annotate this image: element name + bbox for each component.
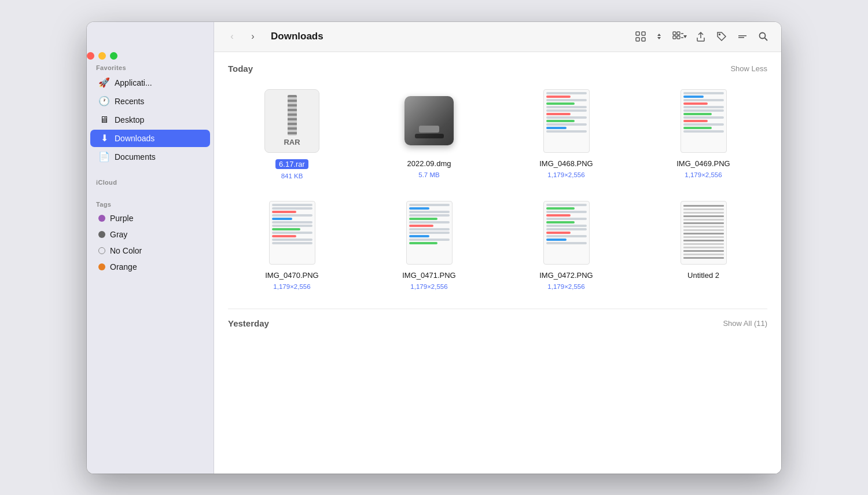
png-row [409, 214, 450, 217]
files-grid: 6.17.rar 841 KB 2022.09.dmg 5.7 MB [228, 82, 767, 295]
toolbar: ‹ › Downloads [214, 22, 781, 52]
sidebar-item-label: Desktop [115, 115, 144, 124]
documents-icon: 📄 [98, 151, 110, 163]
forward-button[interactable]: › [244, 28, 262, 45]
minimize-button[interactable] [98, 52, 106, 60]
png-row [409, 225, 433, 227]
png-row [546, 235, 587, 237]
tags-label: Tags [87, 196, 214, 210]
search-button[interactable] [755, 28, 772, 45]
png-row [546, 106, 587, 108]
png-file-icon [406, 201, 453, 265]
svg-rect-0 [636, 32, 639, 35]
sidebar-item-gray[interactable]: Gray [90, 227, 210, 242]
group-view-button[interactable] [671, 28, 689, 45]
file-name: IMG_0468.PNG [539, 159, 593, 168]
grid-view-button[interactable] [632, 28, 649, 45]
png-file-icon [543, 201, 590, 265]
view-controls [632, 28, 668, 45]
png-row [546, 99, 587, 101]
share-icon [696, 31, 706, 42]
share-button[interactable] [692, 28, 709, 45]
file-item[interactable]: IMG_0468.PNG 1,179×2,556 [502, 82, 630, 184]
png-row [546, 225, 587, 227]
section-divider [228, 309, 767, 309]
untitled-row [683, 254, 724, 255]
png-row [409, 228, 450, 230]
sidebar-item-label: Documents [115, 152, 156, 162]
untitled-row [683, 212, 724, 214]
sidebar-item-desktop[interactable]: 🖥 Desktop [90, 111, 210, 129]
png-row [546, 218, 587, 220]
sidebar-item-downloads[interactable]: ⬇ Downloads [90, 130, 210, 147]
purple-dot [98, 215, 105, 222]
png-row [546, 96, 571, 98]
show-less-button[interactable]: Show Less [730, 64, 767, 73]
file-item[interactable]: Untitled 2 [639, 193, 767, 295]
sidebar-item-label: Purple [110, 214, 133, 223]
rar-file-icon [264, 89, 319, 153]
sidebar-item-recents[interactable]: 🕐 Recents [90, 93, 210, 110]
png-row [546, 239, 567, 241]
file-meta: 841 KB [281, 173, 303, 179]
sort-button[interactable] [650, 28, 668, 45]
sidebar-item-label: Gray [110, 230, 127, 239]
png-row [409, 207, 429, 210]
file-item[interactable]: 6.17.rar 841 KB [228, 82, 356, 184]
png-row [683, 102, 708, 105]
png-row [683, 92, 724, 94]
png-row [272, 204, 312, 206]
sidebar-item-applications[interactable]: 🚀 Applicati... [90, 74, 210, 91]
png-row [546, 242, 587, 244]
untitled-row [683, 233, 724, 234]
sidebar-item-purple[interactable]: Purple [90, 211, 210, 226]
maximize-button[interactable] [110, 52, 117, 60]
back-button[interactable]: ‹ [223, 28, 241, 45]
file-name: IMG_0472.PNG [539, 271, 593, 280]
svg-rect-2 [636, 38, 639, 41]
svg-point-8 [719, 34, 720, 35]
png-row [272, 207, 312, 210]
file-item[interactable]: 2022.09.dmg 5.7 MB [365, 82, 493, 184]
png-row [683, 109, 724, 112]
png-row [546, 120, 575, 122]
untitled-row [683, 236, 724, 238]
toolbar-title: Downloads [271, 31, 323, 42]
file-name: IMG_0470.PNG [265, 271, 319, 280]
sidebar-item-documents[interactable]: 📄 Documents [90, 148, 210, 166]
untitled-row [683, 208, 724, 210]
file-item[interactable]: IMG_0469.PNG 1,179×2,556 [639, 82, 767, 184]
svg-rect-1 [642, 32, 645, 35]
more-icon [737, 31, 748, 42]
png-row [546, 228, 587, 230]
file-item[interactable]: IMG_0472.PNG 1,179×2,556 [502, 193, 630, 295]
more-button[interactable] [734, 28, 751, 45]
show-all-button[interactable]: Show All (11) [723, 319, 767, 328]
sidebar-item-no-color[interactable]: No Color [90, 243, 210, 258]
png-row [546, 221, 575, 223]
close-button[interactable] [87, 52, 94, 60]
file-name: 6.17.rar [275, 159, 308, 169]
desktop-icon: 🖥 [98, 114, 110, 126]
png-row [409, 204, 450, 206]
file-item[interactable]: IMG_0470.PNG 1,179×2,556 [228, 193, 356, 295]
file-item[interactable]: IMG_0471.PNG 1,179×2,556 [365, 193, 493, 295]
untitled-row [683, 240, 724, 241]
today-section-header: Today Show Less [228, 64, 767, 74]
png-row [683, 106, 724, 108]
png-row [546, 113, 571, 115]
chevron-updown-icon [655, 32, 663, 41]
sidebar-item-orange[interactable]: Orange [90, 259, 210, 274]
png-row [409, 235, 429, 237]
file-icon-container [395, 86, 464, 156]
png-row [272, 242, 312, 244]
tag-button[interactable] [713, 28, 730, 45]
png-preview [544, 201, 589, 264]
png-file-icon [269, 201, 315, 265]
png-row [409, 239, 450, 241]
yesterday-label: Yesterday [228, 318, 269, 328]
png-row [546, 232, 571, 234]
icloud-label: iCloud [87, 174, 214, 188]
file-icon-container [258, 198, 327, 267]
png-row [683, 113, 712, 115]
